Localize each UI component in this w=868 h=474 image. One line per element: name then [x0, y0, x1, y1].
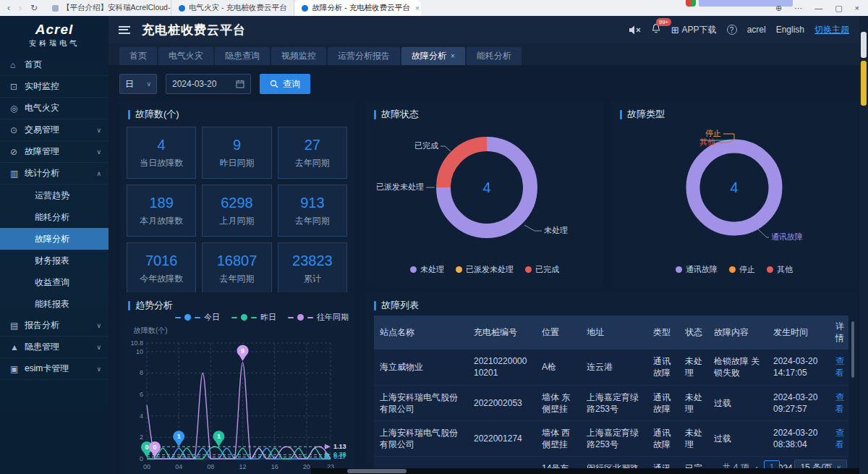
chevron-down-icon: ∨	[146, 80, 151, 88]
globe-icon[interactable]: ⊕	[775, 4, 782, 13]
svg-text:10.8: 10.8	[130, 339, 143, 347]
app-download-link[interactable]: APP下载	[682, 24, 717, 36]
window-restore-button[interactable]: ▢	[835, 4, 842, 13]
notification-badge: 99+	[656, 18, 672, 26]
chevron-down-icon: ∨	[96, 322, 101, 329]
cell-time: 2024-03-20 14:17:05	[767, 350, 830, 385]
date-input[interactable]: 2024-03-20	[166, 74, 251, 94]
legend-item-yesterday[interactable]: 昨日	[231, 312, 276, 323]
browser-reload-icon[interactable]: ↻	[30, 3, 38, 13]
cell-type: 通讯故障	[647, 420, 679, 456]
help-icon[interactable]: ?	[727, 25, 737, 35]
cell-status: 未处理	[679, 420, 708, 456]
stat-card: 23823累计	[278, 242, 347, 295]
tab-operation-report[interactable]: 运营分析报告	[328, 47, 400, 65]
stat-card: 9昨日同期	[202, 127, 271, 179]
sidebar-item-statistics[interactable]: ▥ 统计分析 ∧	[0, 163, 109, 185]
tab-close-icon[interactable]: ×	[451, 52, 455, 60]
search-button-label: 查询	[283, 78, 300, 90]
mute-icon[interactable]	[629, 25, 641, 35]
tab-energy-analysis[interactable]: 能耗分析	[467, 47, 522, 65]
table-row: 上海安科瑞电气股份有限公司 2022001274 墙体 西侧壁挂 上海嘉定育绿路…	[374, 420, 848, 456]
sidebar-item-fault-analysis[interactable]: 故障分析	[0, 228, 109, 250]
title-accent-bar	[128, 301, 130, 310]
tab-label: 故障分析	[412, 50, 446, 62]
calendar-icon	[236, 80, 244, 88]
horizontal-scrollbar[interactable]	[311, 468, 859, 474]
language-switch[interactable]: English	[776, 25, 804, 35]
legend-item[interactable]: 未处理	[410, 264, 444, 275]
tab-electric-fire[interactable]: 电气火灾	[158, 47, 213, 65]
browser-tab-electric-fire[interactable]: 电气火灾 - 充电桩收费云平台	[171, 0, 294, 16]
browser-tab-fault-analysis[interactable]: 故障分析 - 充电桩收费云平台 ×	[294, 0, 421, 16]
legend-item[interactable]: 停止	[729, 264, 755, 275]
legend-dot	[729, 266, 736, 273]
sidebar-item-report-analysis[interactable]: ▤ 报告分析 ∨	[0, 315, 109, 337]
logo: Acrel 安科瑞电气	[0, 16, 109, 54]
stat-value: 189	[149, 195, 173, 211]
sidebar-item-fault-management[interactable]: ⊘ 故障管理 ∨	[0, 141, 109, 163]
view-link[interactable]: 查看	[830, 420, 848, 456]
sidebar-item-hazard-management[interactable]: ▲ 隐患管理 ∨	[0, 337, 109, 358]
sidebar-item-operation-trend[interactable]: 运营趋势	[0, 185, 109, 206]
browser-forward-icon[interactable]: ›	[19, 3, 22, 13]
scrollbar-thumb[interactable]	[861, 32, 867, 58]
tab-video-monitor[interactable]: 视频监控	[271, 47, 326, 65]
panel-title: 故障列表	[381, 299, 419, 312]
brand-name: Acrel	[35, 22, 74, 38]
window-close-button[interactable]: ×	[855, 4, 859, 12]
sidebar-item-revenue-query[interactable]: 收益查询	[0, 271, 109, 293]
theme-switch-link[interactable]: 切换主题	[814, 24, 849, 36]
sidebar-item-realtime-monitor[interactable]: ⊡ 实时监控	[0, 76, 109, 98]
trend-panel: 趋势分析 今日 昨日 往年同期 故障数(个) 024681010.8000408…	[119, 292, 354, 474]
tab-home[interactable]: 首页	[119, 47, 157, 65]
legend-item[interactable]: 已派发未处理	[456, 264, 514, 275]
svg-text:20: 20	[303, 463, 310, 470]
tab-fault-analysis[interactable]: 故障分析 ×	[401, 47, 465, 65]
svg-text:16: 16	[271, 463, 278, 470]
legend-line	[231, 317, 237, 318]
browser-tab-title: 【平台介绍】安科瑞AcrelCloud-	[62, 3, 170, 13]
page-title: 充电桩收费云平台	[142, 22, 246, 38]
username[interactable]: acrel	[747, 25, 766, 35]
stat-card: 189本月故障数	[127, 185, 196, 237]
legend-item[interactable]: 通讯故障	[676, 264, 718, 275]
sidebar-item-finance-report[interactable]: 财务报表	[0, 250, 109, 271]
tab-hazard-query[interactable]: 隐患查询	[215, 47, 270, 65]
sidebar-item-energy-report[interactable]: 能耗报表	[0, 293, 109, 315]
notifications-button[interactable]: 99+	[651, 23, 661, 36]
browser-back-icon[interactable]: ‹	[7, 3, 10, 13]
legend-dot	[525, 266, 532, 273]
vertical-scrollbar[interactable]	[859, 16, 868, 474]
window-minimize-button[interactable]: —	[814, 4, 822, 12]
sidebar-item-energy-analysis[interactable]: 能耗分析	[0, 206, 109, 228]
svg-text:2: 2	[140, 433, 143, 441]
search-button[interactable]: 查询	[260, 74, 310, 94]
sidebar-item-esim-management[interactable]: ▣ esim卡管理 ∨	[0, 358, 109, 380]
bar-chart-icon: ▥	[10, 169, 25, 179]
sidebar-item-label: 实时监控	[25, 80, 101, 93]
col-fault-content: 故障内容	[708, 316, 767, 350]
sidebar-item-label: esim卡管理	[25, 363, 96, 375]
browser-menu-icon[interactable]: ⋯	[794, 4, 802, 13]
chevron-down-icon: ∨	[96, 127, 101, 134]
stat-label: 本月故障数	[140, 215, 183, 227]
view-link[interactable]: 查看	[830, 350, 848, 385]
browser-tab-intro[interactable]: 【平台介绍】安科瑞AcrelCloud-	[45, 0, 171, 16]
legend-item[interactable]: 已完成	[525, 264, 559, 275]
stat-value: 6298	[221, 195, 253, 211]
legend-item-past-year[interactable]: 往年同期	[288, 312, 349, 323]
tab-close-icon[interactable]: ×	[415, 4, 420, 12]
legend-item[interactable]: 其他	[767, 264, 793, 275]
stat-label: 去年同期	[219, 273, 254, 285]
sidebar-item-home[interactable]: ⌂ 首页	[0, 54, 109, 76]
sidebar-item-electric-fire[interactable]: ◎ 电气火灾	[0, 98, 109, 119]
collapse-menu-icon[interactable]	[119, 26, 130, 34]
period-select[interactable]: 日 ∨	[119, 74, 157, 94]
table-scrollbar[interactable]	[851, 321, 854, 378]
legend-item-today[interactable]: 今日	[175, 312, 220, 323]
view-link[interactable]: 查看	[830, 385, 848, 420]
sidebar-item-trade-management[interactable]: ⊙ 交易管理 ∨	[0, 119, 109, 141]
scrollbar-thumb[interactable]	[347, 469, 407, 473]
period-value: 日	[125, 78, 134, 90]
